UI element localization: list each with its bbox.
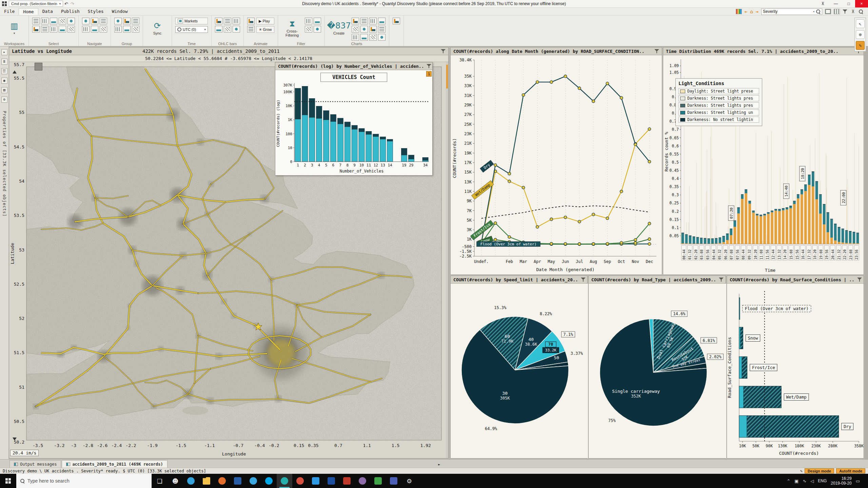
speed-limit-pie-chart[interactable]: 6071.9K15.3%4038.6K8.22%7033.2K7.1%503.3…: [451, 284, 587, 458]
ribbon-icon[interactable]: [215, 26, 222, 33]
layout-grid-icon[interactable]: [834, 9, 840, 14]
ribbon-icon[interactable]: [378, 26, 386, 33]
camera-icon[interactable]: ◉: [1, 78, 7, 84]
command-dropdown[interactable]: Cmd prop. (Selection filterin ▾: [9, 1, 63, 7]
taskbar-app-task-view[interactable]: ❏: [152, 474, 167, 488]
vehicles-panel-header[interactable]: COUNT(#records) (log) by Number_of_Vehic…: [275, 62, 432, 70]
month-panel-header[interactable]: COUNT(#records) along Date Month (genera…: [451, 47, 662, 55]
taskbar-search[interactable]: Type here to search: [16, 474, 152, 488]
forward-icon[interactable]: →: [756, 9, 758, 14]
taskbar-app-app-green[interactable]: [370, 474, 386, 488]
ribbon-icon[interactable]: [247, 18, 255, 24]
taskbar-app-ie[interactable]: [245, 474, 261, 488]
month-line-chart[interactable]: 38.4K35K33K31K29K27K25K23K21K19K17K15K13…: [451, 55, 662, 274]
scroll-badge[interactable]: 1: [426, 71, 432, 77]
legend-item-4[interactable]: Darkeness: No street lightin: [678, 117, 759, 123]
ribbon-icon[interactable]: [41, 18, 48, 24]
ribbon-icon[interactable]: [59, 18, 66, 24]
map-scrollbar[interactable]: [446, 62, 448, 458]
ribbon-icon[interactable]: [233, 18, 240, 24]
search-icon[interactable]: [816, 9, 821, 14]
ribbon-icon[interactable]: [91, 26, 98, 33]
taskbar-app-teams[interactable]: [386, 474, 401, 488]
ribbon-icon[interactable]: [369, 18, 377, 24]
maximize-button[interactable]: □: [842, 0, 855, 7]
taskbar-app-people[interactable]: ☻: [167, 474, 183, 488]
vehicles-chart[interactable]: VEHICLES Count307K100K10K1K1001001234567…: [275, 70, 432, 175]
menu-item-home[interactable]: Home: [19, 8, 38, 15]
properties-vertical-label[interactable]: Properties of [33.3K selected objects]: [2, 111, 7, 217]
network-icon[interactable]: ∿: [803, 479, 806, 484]
menu-item-styles[interactable]: Styles: [84, 8, 108, 15]
taskbar-app-settings[interactable]: ⚙: [401, 474, 417, 488]
play-button[interactable]: ▶ Play: [256, 18, 274, 24]
roadtype-panel-header[interactable]: COUNT(#records) by Road_Type | accidents…: [589, 276, 726, 284]
taskbar-app-chrome[interactable]: [292, 474, 308, 488]
ribbon-icon[interactable]: [352, 26, 359, 33]
back-icon[interactable]: ←: [745, 9, 747, 14]
menu-item-window[interactable]: Window: [108, 8, 132, 15]
ribbon-icon[interactable]: [224, 26, 231, 33]
ribbon-icon[interactable]: [247, 26, 255, 33]
map-legend-chip[interactable]: [35, 63, 42, 70]
ribbon-icon[interactable]: [132, 26, 139, 33]
language-indicator[interactable]: ENG: [818, 479, 827, 483]
tab-dataset[interactable]: accidents_2009_to_2011 (469K records): [62, 460, 167, 468]
ribbon-icon[interactable]: [305, 26, 312, 33]
surface-panel-header[interactable]: COUNT(#records) by Road_Surface_Conditio…: [727, 276, 864, 284]
close-button[interactable]: ×: [855, 0, 868, 7]
notification-icon[interactable]: ▭: [856, 479, 860, 484]
ribbon-icon[interactable]: [378, 34, 386, 41]
ribbon-icon[interactable]: [352, 18, 359, 24]
gear-icon[interactable]: ⚙: [1, 97, 7, 103]
ribbon-icon[interactable]: [41, 26, 48, 33]
tray-expand-icon[interactable]: ⌃: [787, 479, 790, 484]
taskbar-app-app-red[interactable]: [339, 474, 355, 488]
undo-icon[interactable]: ↶: [63, 1, 69, 7]
ribbon-icon[interactable]: [224, 18, 231, 24]
taskbar-app-gimp[interactable]: [355, 474, 370, 488]
pin-window-icon[interactable]: ⊼: [816, 0, 829, 7]
speed-panel-header[interactable]: COUNT(#records) by Speed_limit | acciden…: [451, 276, 587, 284]
ribbon-icon[interactable]: [82, 18, 90, 24]
taskbar-app-word[interactable]: [323, 474, 339, 488]
ribbon-icon[interactable]: [114, 18, 122, 24]
ribbon-icon[interactable]: [50, 18, 57, 24]
taskbar-app-quantyl-studio[interactable]: [277, 474, 292, 488]
light-conditions-legend[interactable]: Light_Conditions Daylight: Street light …: [675, 78, 762, 126]
taskbar-app-skype[interactable]: [261, 474, 277, 488]
ribbon-icon[interactable]: [67, 18, 75, 24]
legend-item-2[interactable]: Darkness: Street lights pres: [678, 102, 759, 108]
cursor-tool-icon[interactable]: ↖: [856, 19, 865, 28]
ribbon-icon[interactable]: [393, 18, 400, 24]
filter-funnel-icon[interactable]: [654, 49, 659, 54]
ribbon-icon[interactable]: [233, 26, 240, 33]
chevron-down-icon[interactable]: ▾: [813, 10, 815, 13]
ribbon-icon[interactable]: [314, 18, 321, 24]
search-box[interactable]: Severity ▾: [761, 8, 822, 15]
map-plot[interactable]: 55.755.55554.55453.55352.55251.55150.550…: [9, 62, 448, 458]
filter-big-button[interactable]: ⧗Cross-Filtering: [281, 18, 303, 39]
menu-item-publish[interactable]: Publish: [57, 8, 84, 15]
workspaces-button[interactable]: ▥▾: [3, 18, 25, 39]
map-panel-header[interactable]: Latitude vs Longitude 422K records Sel. …: [9, 47, 448, 55]
ribbon-icon[interactable]: [82, 26, 90, 33]
tab-scroll-right-icon[interactable]: ►: [438, 462, 440, 467]
filter-edit-icon[interactable]: [843, 9, 847, 14]
sync-button[interactable]: ⟳Sync: [146, 18, 168, 39]
menu-item-file[interactable]: File: [0, 8, 19, 15]
ribbon-icon[interactable]: [100, 18, 107, 24]
grow-button[interactable]: ✳ Grow: [256, 26, 274, 33]
ribbon-icon[interactable]: [378, 18, 386, 24]
ribbon-icon[interactable]: [100, 26, 107, 33]
road-surface-bar-chart[interactable]: Flood (Over 3cm of water)SnowFrost/IceWe…: [727, 284, 864, 458]
shield-icon[interactable]: ▣: [794, 479, 798, 484]
ribbon-icon[interactable]: [352, 34, 359, 41]
ribbon-icon[interactable]: [91, 18, 98, 24]
layers-icon[interactable]: ≣: [1, 59, 7, 65]
ribbon-icon[interactable]: [369, 34, 377, 41]
taskbar-app-app-orange[interactable]: [214, 474, 230, 488]
filter-funnel-icon[interactable]: [427, 64, 431, 68]
monitor-icon[interactable]: [825, 9, 831, 14]
minimize-button[interactable]: —: [829, 0, 842, 7]
